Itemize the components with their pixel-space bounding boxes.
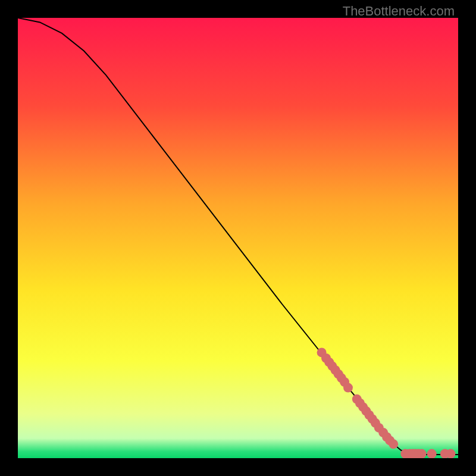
chart-stage: TheBottleneck.com <box>0 0 476 476</box>
gradient-background <box>18 18 458 458</box>
data-marker <box>446 449 455 458</box>
attribution-text: TheBottleneck.com <box>343 4 455 19</box>
data-marker <box>427 449 437 458</box>
plot-area <box>18 18 458 458</box>
data-marker <box>389 439 398 449</box>
chart-svg <box>18 18 458 458</box>
data-marker <box>343 383 353 393</box>
data-marker <box>417 449 427 458</box>
